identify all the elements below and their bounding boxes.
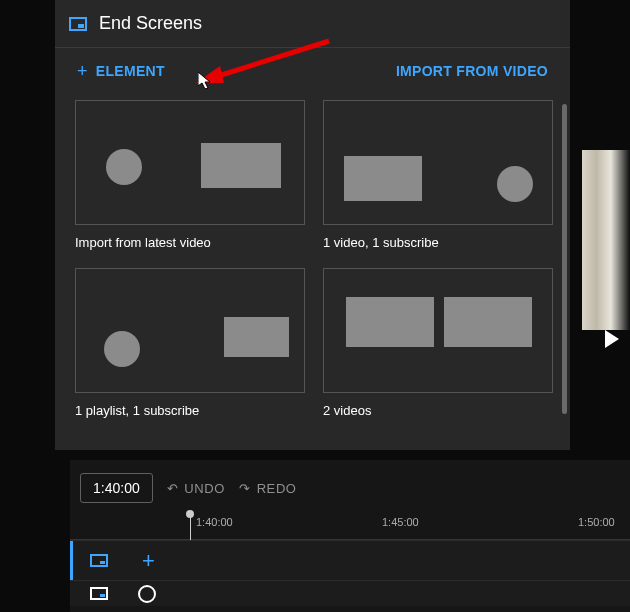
card-icon [90, 587, 108, 600]
track-active-indicator [70, 541, 73, 580]
scrollbar-thumb[interactable] [562, 104, 567, 414]
template-grid: Import from latest video 1 video, 1 subs… [75, 100, 565, 418]
current-time[interactable]: 1:40:00 [80, 473, 153, 503]
panel-actions: + ELEMENT IMPORT FROM VIDEO [55, 48, 570, 94]
ruler-tick: 1:50:00 [578, 516, 615, 528]
template-thumb [75, 100, 305, 225]
template-thumb [323, 100, 553, 225]
end-screens-panel: End Screens + ELEMENT IMPORT FROM VIDEO … [55, 0, 570, 450]
ruler-tick: 1:45:00 [382, 516, 419, 528]
undo-button[interactable]: ↶ UNDO [167, 481, 225, 496]
subscribe-shape-icon [106, 149, 142, 185]
track-control-icon [138, 585, 156, 603]
timeline-ruler[interactable]: 1:40:00 1:45:00 1:50:00 [70, 512, 630, 540]
subscribe-shape-icon [104, 331, 140, 367]
template-two-videos[interactable]: 2 videos [323, 268, 553, 418]
redo-label: REDO [257, 481, 297, 496]
endscreen-icon [69, 17, 87, 31]
panel-header: End Screens [55, 0, 570, 48]
template-thumb [75, 268, 305, 393]
plus-icon: + [77, 62, 88, 80]
template-label: 1 playlist, 1 subscribe [75, 403, 305, 418]
subscribe-shape-icon [497, 166, 533, 202]
template-thumb [323, 268, 553, 393]
import-from-video-label: IMPORT FROM VIDEO [396, 63, 548, 79]
video-shape-icon [444, 297, 532, 347]
video-shape-icon [201, 143, 281, 188]
redo-button[interactable]: ↷ REDO [239, 481, 297, 496]
template-label: 2 videos [323, 403, 553, 418]
undo-icon: ↶ [167, 481, 179, 496]
page-title: End Screens [99, 13, 202, 34]
video-shape-icon [346, 297, 434, 347]
ruler-tick: 1:40:00 [196, 516, 233, 528]
template-label: Import from latest video [75, 235, 305, 250]
playlist-shape-icon [224, 317, 289, 357]
add-element-label: ELEMENT [96, 63, 165, 79]
import-from-video-button[interactable]: IMPORT FROM VIDEO [396, 63, 548, 79]
add-element-button[interactable]: + ELEMENT [77, 62, 165, 80]
endscreen-icon [90, 554, 108, 567]
template-playlist-subscribe[interactable]: 1 playlist, 1 subscribe [75, 268, 305, 418]
timeline-panel: 1:40:00 ↶ UNDO ↷ REDO 1:40:00 1:45:00 1:… [70, 460, 630, 612]
redo-icon: ↷ [239, 481, 251, 496]
template-import-latest[interactable]: Import from latest video [75, 100, 305, 250]
add-track-element-button[interactable]: + [142, 548, 155, 574]
video-shape-icon [344, 156, 422, 201]
secondary-track[interactable] [70, 580, 630, 606]
template-video-subscribe[interactable]: 1 video, 1 subscribe [323, 100, 553, 250]
video-preview [582, 150, 630, 330]
play-icon[interactable] [605, 330, 619, 348]
undo-label: UNDO [184, 481, 225, 496]
timeline-controls: 1:40:00 ↶ UNDO ↷ REDO [70, 460, 630, 506]
template-label: 1 video, 1 subscribe [323, 235, 553, 250]
endscreen-track[interactable]: + [70, 540, 630, 580]
